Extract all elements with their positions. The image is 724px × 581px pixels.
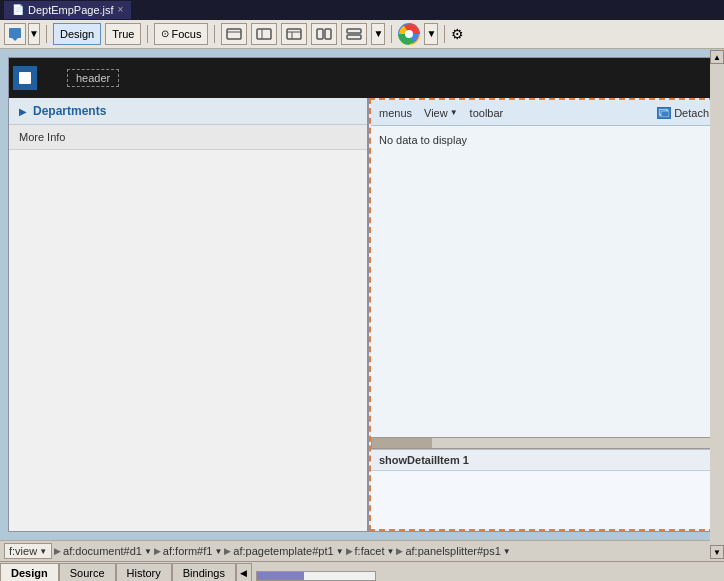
menus-item[interactable]: menus: [375, 106, 416, 120]
toolbar-area: ▼ Design True ⊙ Focus: [0, 20, 724, 50]
layout-btn-2[interactable]: [251, 23, 277, 45]
breadcrumb-sep-3: ▶: [224, 546, 231, 556]
breadcrumb-document-arrow: ▼: [144, 547, 152, 556]
breadcrumb-sep-5: ▶: [396, 546, 403, 556]
design-button[interactable]: Design: [53, 23, 101, 45]
separator-4: [391, 25, 392, 43]
settings-icon[interactable]: ⚙: [451, 26, 464, 42]
layout-btn-1[interactable]: [221, 23, 247, 45]
svg-rect-0: [9, 28, 21, 38]
breadcrumb-sep-4: ▶: [346, 546, 353, 556]
table-toolbar: menus View ▼ toolbar: [371, 100, 713, 126]
scroll-thumb[interactable]: [372, 438, 432, 448]
separator-3: [214, 25, 215, 43]
file-tab[interactable]: 📄 DeptEmpPage.jsf ×: [4, 1, 131, 19]
progress-fill: [257, 572, 304, 580]
dropdown-chevron: ▼: [29, 28, 39, 39]
view-dropdown[interactable]: View ▼: [420, 106, 462, 120]
tab-history[interactable]: History: [116, 563, 172, 581]
tab-bindings[interactable]: Bindings: [172, 563, 236, 581]
layout-dropdown-arrow[interactable]: ▼: [371, 23, 385, 45]
file-tab-label: DeptEmpPage.jsf: [28, 4, 114, 16]
breadcrumb-fview[interactable]: f:view ▼: [4, 543, 52, 559]
breadcrumb-facet[interactable]: f:facet ▼: [355, 545, 395, 557]
breadcrumb-bar: f:view ▼ ▶ af:document#d1 ▼ ▶ af:form#f1…: [0, 540, 724, 562]
tab-design[interactable]: Design: [0, 563, 59, 581]
toolbar-nav-btn[interactable]: [4, 23, 26, 45]
close-tab-icon[interactable]: ×: [118, 4, 124, 15]
scroll-track: [710, 64, 724, 545]
browser-icon[interactable]: [398, 23, 420, 45]
svg-rect-15: [19, 72, 31, 84]
left-panel: ▶ Departments More Info: [9, 98, 369, 531]
svg-rect-17: [661, 111, 669, 117]
detail-header: showDetailItem 1: [371, 450, 713, 471]
breadcrumb-panelsplitter[interactable]: af:panelsplitter#ps1 ▼: [405, 545, 510, 557]
left-panel-title: Departments: [33, 104, 106, 118]
progress-area: [252, 571, 724, 581]
file-tab-icon: 📄: [12, 4, 24, 15]
svg-rect-4: [257, 29, 271, 39]
breadcrumb-form[interactable]: af:form#f1 ▼: [163, 545, 222, 557]
svg-rect-6: [287, 29, 301, 39]
header-area: header: [9, 58, 715, 98]
tab-source[interactable]: Source: [59, 563, 116, 581]
detail-section: showDetailItem 1: [371, 449, 713, 529]
separator-1: [46, 25, 47, 43]
browser-dropdown[interactable]: ▼: [424, 23, 438, 45]
logo-placeholder: [13, 66, 37, 90]
focus-icon: ⊙: [161, 28, 169, 39]
page-frame: header ▶ Departments More Info: [8, 57, 716, 532]
bottom-tabs-bar: Design Source History Bindings ◀: [0, 561, 724, 581]
breadcrumb-panelsplitter-arrow: ▼: [503, 547, 511, 556]
right-scrollbar[interactable]: ▲ ▼: [710, 50, 724, 559]
focus-button[interactable]: ⊙ Focus: [154, 23, 208, 45]
breadcrumb-pagetemplate-arrow: ▼: [336, 547, 344, 556]
progress-bar: [256, 571, 376, 581]
svg-rect-2: [227, 29, 241, 39]
title-bar: 📄 DeptEmpPage.jsf ×: [0, 0, 724, 20]
table-scrollbar[interactable]: [371, 437, 713, 449]
detach-button[interactable]: Detach: [657, 107, 709, 119]
svg-point-14: [405, 30, 413, 38]
layout-btn-4[interactable]: [311, 23, 337, 45]
breadcrumb-pagetemplate[interactable]: af:pagetemplate#pt1 ▼: [233, 545, 343, 557]
separator-2: [147, 25, 148, 43]
breadcrumb-facet-arrow: ▼: [387, 547, 395, 556]
svg-rect-12: [347, 35, 361, 39]
content-area: ▶ Departments More Info menus View ▼ t: [9, 98, 715, 531]
scroll-down-button[interactable]: ▼: [710, 545, 724, 559]
true-button[interactable]: True: [105, 23, 141, 45]
svg-marker-1: [12, 38, 18, 41]
detach-icon: [657, 107, 671, 119]
separator-5: [444, 25, 445, 43]
toolbar-dropdown-arrow[interactable]: ▼: [28, 23, 40, 45]
right-panel: menus View ▼ toolbar: [369, 98, 715, 531]
breadcrumb-sep-2: ▶: [154, 546, 161, 556]
no-data-text: No data to display: [379, 134, 705, 146]
main-canvas: header ▶ Departments More Info: [0, 49, 724, 540]
breadcrumb-document[interactable]: af:document#d1 ▼: [63, 545, 152, 557]
layout-btn-5[interactable]: [341, 23, 367, 45]
layout-btn-3[interactable]: [281, 23, 307, 45]
view-dropdown-arrow: ▼: [450, 108, 458, 117]
breadcrumb-fview-arrow: ▼: [39, 547, 47, 556]
toolbar-group-left: ▼: [4, 23, 40, 45]
scroll-up-button[interactable]: ▲: [710, 50, 724, 64]
left-panel-header: ▶ Departments: [9, 98, 367, 125]
breadcrumb-form-arrow: ▼: [214, 547, 222, 556]
breadcrumb-fview-label[interactable]: f:view ▼: [4, 543, 52, 559]
more-info-label: More Info: [9, 125, 367, 150]
breadcrumb-sep-1: ▶: [54, 546, 61, 556]
header-placeholder: header: [67, 69, 119, 87]
svg-rect-10: [325, 29, 331, 39]
tab-nav-left[interactable]: ◀: [236, 563, 252, 581]
expand-arrow-icon: ▶: [19, 106, 27, 117]
svg-rect-9: [317, 29, 323, 39]
table-content: No data to display: [371, 126, 713, 437]
svg-rect-11: [347, 29, 361, 33]
toolbar-item[interactable]: toolbar: [466, 106, 508, 120]
